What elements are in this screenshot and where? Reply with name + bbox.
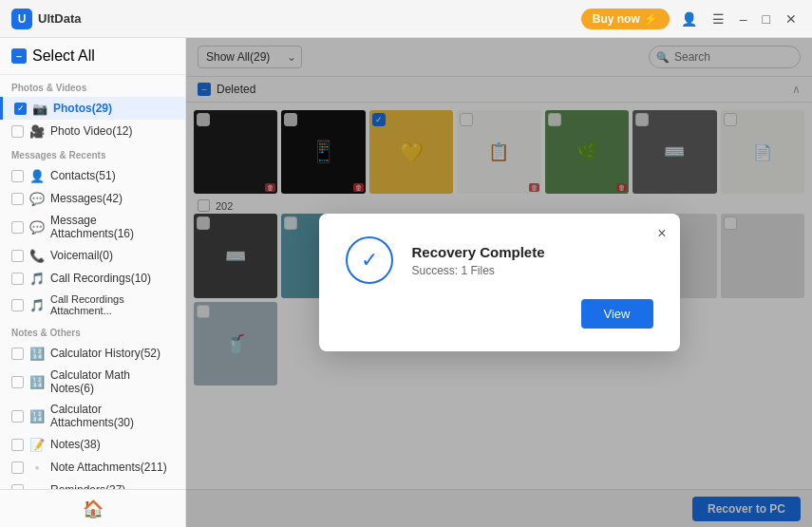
select-all-label: Select All <box>32 47 95 65</box>
buy-now-button[interactable]: Buy now ⚡ <box>581 9 670 29</box>
sidebar-item-call-rec-attach[interactable]: 🎵 Call Recordings Attachment... <box>0 290 185 320</box>
photo-video-label: Photo Video(12) <box>50 124 133 138</box>
sidebar-item-notes[interactable]: 📝 Notes(38) <box>0 433 185 456</box>
sidebar-item-msg-attach[interactable]: 💬 Message Attachments(16) <box>0 210 185 244</box>
sidebar-item-call-rec[interactable]: 🎵 Call Recordings(10) <box>0 267 185 290</box>
section-label-messages: Messages & Recents <box>0 142 185 164</box>
calc-attach-checkbox[interactable] <box>11 410 24 423</box>
app-logo: U <box>11 9 32 29</box>
sidebar-item-voicemail[interactable]: 📞 Voicemail(0) <box>0 244 185 267</box>
menu-icon[interactable]: ☰ <box>708 9 728 28</box>
sidebar-item-photos[interactable]: ✓ 📷 Photos(29) <box>0 97 185 120</box>
photos-icon: 📷 <box>32 101 47 116</box>
sidebar-item-contacts[interactable]: 👤 Contacts(51) <box>0 164 185 187</box>
content-area: Show All(29) Show Deleted Show Existing … <box>186 38 812 527</box>
sidebar-home-area: 🏠 <box>0 489 186 527</box>
modal-text: Recovery Complete Success: 1 Files <box>412 244 653 277</box>
photos-label: Photos(29) <box>53 102 112 115</box>
voicemail-label: Voicemail(0) <box>50 249 113 262</box>
call-rec-icon: 🎵 <box>29 271 45 286</box>
calc-history-checkbox[interactable] <box>11 348 24 360</box>
main-layout: Select All Photos & Videos ✓ 📷 Photos(29… <box>0 38 812 527</box>
voicemail-icon: 📞 <box>29 248 45 263</box>
notes-icon: 📝 <box>29 437 45 452</box>
minimize-button[interactable]: – <box>736 9 751 28</box>
recovery-modal: × ✓ Recovery Complete Success: 1 Files V… <box>319 214 680 351</box>
contacts-checkbox[interactable] <box>11 170 24 182</box>
calc-attach-label: Calculator Attachments(30) <box>50 403 174 429</box>
select-all-icon <box>11 48 27 64</box>
calc-history-label: Calculator History(52) <box>50 347 161 360</box>
sidebar-item-messages[interactable]: 💬 Messages(42) <box>0 187 185 210</box>
msg-attach-icon: 💬 <box>29 219 45 235</box>
calc-attach-icon: 🔢 <box>29 408 45 423</box>
title-bar: U UltData Buy now ⚡ 👤 ☰ – □ ✕ <box>0 0 812 38</box>
home-icon[interactable]: 🏠 <box>83 499 104 519</box>
call-rec-attach-label: Call Recordings Attachment... <box>50 293 174 316</box>
notes-checkbox[interactable] <box>11 439 24 451</box>
lightning-icon: ⚡ <box>644 12 658 26</box>
modal-close-button[interactable]: × <box>657 225 666 242</box>
modal-content: ✓ Recovery Complete Success: 1 Files <box>346 236 653 284</box>
call-rec-label: Call Recordings(10) <box>50 272 151 285</box>
modal-title: Recovery Complete <box>412 244 653 260</box>
contacts-icon: 👤 <box>29 168 45 183</box>
messages-icon: 💬 <box>29 191 45 206</box>
modal-view-button[interactable]: View <box>581 299 653 329</box>
sidebar: Select All Photos & Videos ✓ 📷 Photos(29… <box>0 38 186 527</box>
sidebar-item-calc-history[interactable]: 🔢 Calculator History(52) <box>0 342 185 365</box>
msg-attach-label: Message Attachments(16) <box>50 214 174 240</box>
photo-video-checkbox[interactable] <box>11 125 24 138</box>
messages-checkbox[interactable] <box>11 193 24 205</box>
checkmark-icon: ✓ <box>361 248 378 273</box>
modal-overlay: × ✓ Recovery Complete Success: 1 Files V… <box>186 38 812 527</box>
note-attach-icon: ▪ <box>29 460 45 475</box>
sidebar-item-calc-math[interactable]: 🔢 Calculator Math Notes(6) <box>0 365 185 399</box>
note-attach-label: Note Attachments(211) <box>50 461 167 474</box>
modal-checkmark: ✓ <box>346 236 393 284</box>
call-rec-attach-checkbox[interactable] <box>11 299 24 311</box>
modal-subtitle: Success: 1 Files <box>412 264 653 277</box>
calc-math-label: Calculator Math Notes(6) <box>50 368 174 395</box>
title-bar-actions: Buy now ⚡ 👤 ☰ – □ ✕ <box>581 9 801 29</box>
section-label-notes: Notes & Others <box>0 320 185 342</box>
note-attach-checkbox[interactable] <box>11 461 24 474</box>
calc-math-checkbox[interactable] <box>11 376 24 388</box>
photos-checkbox[interactable]: ✓ <box>14 103 27 115</box>
calc-math-icon: 🔢 <box>29 374 45 389</box>
calc-history-icon: 🔢 <box>29 346 45 361</box>
section-label-photos: Photos & Videos <box>0 75 185 97</box>
user-icon[interactable]: 👤 <box>677 9 701 28</box>
sidebar-item-calc-attach[interactable]: 🔢 Calculator Attachments(30) <box>0 399 185 433</box>
select-all-item[interactable]: Select All <box>0 38 185 75</box>
contacts-label: Contacts(51) <box>50 169 116 182</box>
call-rec-checkbox[interactable] <box>11 273 24 285</box>
voicemail-checkbox[interactable] <box>11 250 24 262</box>
app-name: UltData <box>38 11 581 26</box>
close-button[interactable]: ✕ <box>782 9 801 28</box>
messages-label: Messages(42) <box>50 192 123 205</box>
notes-label: Notes(38) <box>50 438 101 451</box>
call-rec-attach-icon: 🎵 <box>29 297 45 312</box>
sidebar-item-photo-video[interactable]: 🎥 Photo Video(12) <box>0 120 185 142</box>
sidebar-item-note-attach[interactable]: ▪ Note Attachments(211) <box>0 456 185 479</box>
maximize-button[interactable]: □ <box>759 9 774 28</box>
photo-video-icon: 🎥 <box>29 123 45 139</box>
msg-attach-checkbox[interactable] <box>11 221 24 234</box>
